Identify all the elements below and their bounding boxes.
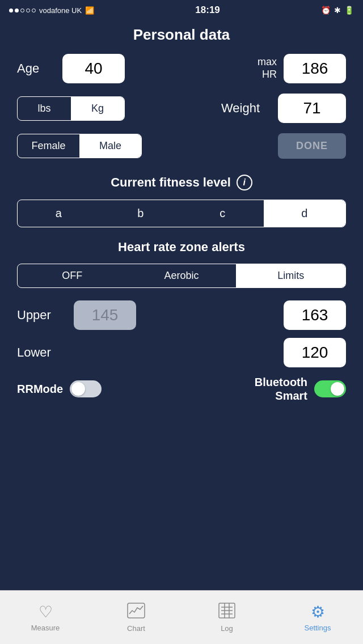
- bluetooth-label: Bluetooth Smart: [255, 375, 307, 402]
- info-icon[interactable]: i: [237, 175, 252, 190]
- mode-row: RRMode Bluetooth Smart: [17, 375, 346, 402]
- status-right: ⏰ ✱ 🔋: [321, 6, 354, 15]
- weight-unit-segmented[interactable]: lbs Kg: [17, 96, 125, 121]
- settings-icon: ⚙: [311, 603, 325, 621]
- seg-mode-limits[interactable]: Limits: [236, 264, 345, 287]
- dot-4: [26, 9, 30, 12]
- dot-1: [9, 9, 13, 12]
- page-title: Personal data: [0, 20, 363, 54]
- lower-row: Lower 120: [17, 338, 346, 367]
- main-content: Age 40 maxHR 186 lbs Kg Weight 71 Female…: [0, 54, 363, 402]
- settings-label: Settings: [305, 624, 331, 632]
- weight-unit-row: lbs Kg Weight 71: [17, 94, 346, 123]
- seg-male[interactable]: Male: [79, 134, 141, 158]
- fitness-title-row: Current fitness level i: [17, 175, 346, 190]
- signal-dots: [9, 9, 36, 12]
- seg-female[interactable]: Female: [18, 134, 79, 158]
- upper-label: Upper: [17, 308, 74, 323]
- seg-lbs[interactable]: lbs: [18, 97, 71, 120]
- seg-fitness-c[interactable]: c: [182, 200, 264, 227]
- seg-mode-off[interactable]: OFF: [18, 264, 127, 287]
- seg-fitness-d[interactable]: d: [264, 200, 346, 227]
- log-icon: [218, 603, 235, 622]
- gender-segmented[interactable]: Female Male: [17, 134, 142, 158]
- dot-2: [15, 9, 19, 12]
- seg-mode-aerobic[interactable]: Aerobic: [127, 264, 237, 287]
- svg-rect-0: [128, 603, 145, 618]
- tab-measure[interactable]: ♡ Measure: [0, 603, 91, 632]
- carrier-label: vodafone UK: [39, 6, 82, 15]
- maxhr-input[interactable]: 186: [284, 54, 346, 83]
- status-left: vodafone UK 📶: [9, 6, 94, 15]
- alarm-icon: ⏰: [321, 6, 331, 15]
- heartrate-mode-segmented[interactable]: OFF Aerobic Limits: [17, 264, 346, 288]
- lower-label: Lower: [17, 345, 74, 360]
- rrmode-toggle[interactable]: [70, 380, 102, 397]
- measure-label: Measure: [31, 624, 60, 632]
- battery-icon: 🔋: [344, 6, 354, 15]
- upper-limits-input[interactable]: 163: [284, 300, 346, 330]
- rrmode-label: RRMode: [17, 383, 63, 396]
- chart-label: Chart: [127, 624, 145, 633]
- chart-icon: [127, 603, 145, 622]
- fitness-title: Current fitness level: [111, 175, 231, 190]
- seg-kg[interactable]: Kg: [71, 97, 124, 120]
- tab-settings[interactable]: ⚙ Settings: [272, 603, 363, 632]
- upper-row: Upper 145 163: [17, 300, 346, 330]
- seg-fitness-b[interactable]: b: [100, 200, 182, 227]
- maxhr-label: maxHR: [258, 56, 277, 80]
- dot-5: [32, 9, 36, 12]
- lower-input[interactable]: 120: [284, 338, 346, 367]
- wifi-icon: 📶: [85, 6, 94, 15]
- bluetooth-status-icon: ✱: [334, 6, 341, 15]
- done-button[interactable]: DONE: [278, 133, 346, 159]
- age-input[interactable]: 40: [62, 54, 125, 83]
- heartrate-section-title: Heart rate zone alerts: [17, 240, 346, 255]
- gender-row: Female Male DONE: [17, 133, 346, 159]
- rrmode-item: RRMode: [17, 380, 102, 397]
- maxhr-section: maxHR 186: [258, 54, 346, 83]
- measure-icon: ♡: [39, 603, 53, 621]
- bluetooth-toggle-thumb: [331, 382, 344, 396]
- fitness-segmented[interactable]: a b c d: [17, 200, 346, 227]
- bluetooth-toggle[interactable]: [314, 380, 346, 397]
- tab-bar: ♡ Measure Chart Log ⚙ Settings: [0, 590, 363, 644]
- bluetooth-item: Bluetooth Smart: [255, 375, 346, 402]
- status-bar: vodafone UK 📶 18:19 ⏰ ✱ 🔋: [0, 0, 363, 20]
- dot-3: [20, 9, 24, 12]
- upper-aerobic-input[interactable]: 145: [74, 300, 136, 330]
- age-label: Age: [17, 61, 51, 76]
- weight-label: Weight: [214, 101, 260, 116]
- rrmode-toggle-thumb: [71, 382, 85, 396]
- status-time: 18:19: [195, 5, 220, 16]
- tab-chart[interactable]: Chart: [91, 603, 182, 633]
- log-label: Log: [221, 624, 233, 633]
- seg-fitness-a[interactable]: a: [18, 200, 100, 227]
- tab-log[interactable]: Log: [182, 603, 272, 633]
- weight-input[interactable]: 71: [278, 94, 346, 123]
- age-maxhr-row: Age 40 maxHR 186: [17, 54, 346, 83]
